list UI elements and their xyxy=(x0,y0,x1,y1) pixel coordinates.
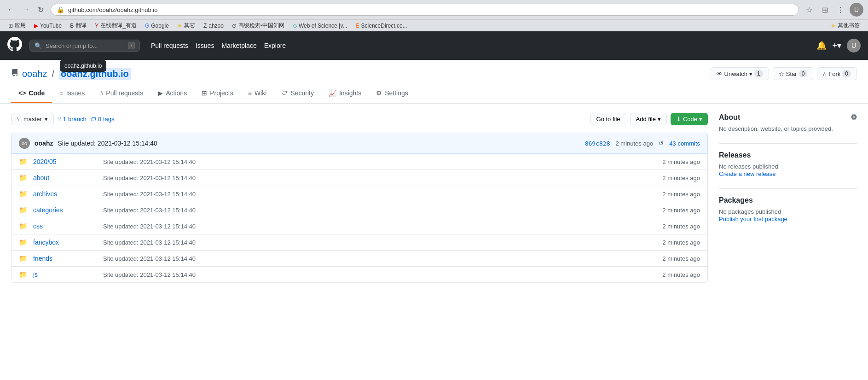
file-name-link[interactable]: archives xyxy=(33,190,98,198)
tag-label: tags xyxy=(103,116,115,123)
file-name-link[interactable]: 2020/05 xyxy=(33,158,98,165)
file-name-link[interactable]: fancybox xyxy=(33,239,98,246)
file-name-link[interactable]: css xyxy=(33,222,98,230)
search-bar[interactable]: 🔍 Search or jump to... / xyxy=(29,40,140,52)
notifications-icon[interactable]: 🔔 xyxy=(816,41,827,51)
releases-section: Releases No releases published Create a … xyxy=(719,151,857,177)
github-logo[interactable] xyxy=(7,37,22,54)
bookmark-other1[interactable]: ★ 其它 xyxy=(174,21,199,30)
tab-projects[interactable]: ⊞ Projects xyxy=(194,84,241,103)
extensions-button[interactable]: ⊞ xyxy=(818,3,831,16)
url-input[interactable] xyxy=(68,6,793,13)
nav-issues[interactable]: Issues xyxy=(196,42,214,49)
bookmark-ahzoo[interactable]: Z ahzoo xyxy=(200,22,227,30)
github-header: 🔍 Search or jump to... / Pull requests I… xyxy=(0,31,868,60)
bookmark-cnki[interactable]: ⊙ 高级检索-中国知网 xyxy=(228,21,288,30)
tab-issues[interactable]: ○ Issues xyxy=(52,84,92,103)
fork-icon: ⑃ xyxy=(823,70,827,77)
tab-insights[interactable]: 📈 Insights xyxy=(321,84,369,103)
bookmark-apps[interactable]: ⊞ 应用 xyxy=(5,21,29,30)
tab-security-label: Security xyxy=(290,89,314,97)
fork-button[interactable]: ⑃ Fork 0 xyxy=(817,67,857,80)
bookmark-star-button[interactable]: ☆ xyxy=(803,3,816,16)
tag-count-link[interactable]: 🏷 0 tags xyxy=(90,116,115,123)
refresh-button[interactable]: ↻ xyxy=(34,3,47,16)
file-name-link[interactable]: friends xyxy=(33,255,98,262)
divider xyxy=(719,143,857,144)
tab-settings-label: Settings xyxy=(385,89,408,97)
forward-button[interactable]: → xyxy=(19,3,32,16)
bookmark-other-right[interactable]: ★ 其他书签 xyxy=(827,21,863,30)
tab-security[interactable]: 🛡 Security xyxy=(274,84,321,103)
bookmark-youdao[interactable]: Y 在线翻译_有道 xyxy=(91,21,140,30)
file-name-link[interactable]: about xyxy=(33,174,98,181)
fork-label: Fork xyxy=(828,70,840,77)
repo-tabs: <> Code ○ Issues ⑃ Pull requests ▶ Actio… xyxy=(0,84,868,104)
commit-author-link[interactable]: ooahz xyxy=(35,140,53,147)
address-bar[interactable]: 🔒 xyxy=(51,4,799,16)
add-icon[interactable]: +▾ xyxy=(832,41,841,51)
bookmark-sciencedirect[interactable]: E ScienceDirect.co... xyxy=(352,22,411,30)
go-to-file-button[interactable]: Go to file xyxy=(590,113,626,125)
back-button[interactable]: ← xyxy=(5,3,17,16)
tab-pull-requests[interactable]: ⑃ Pull requests xyxy=(92,84,150,103)
bookmark-youtube[interactable]: ▶ YouTube xyxy=(30,22,65,30)
commit-hash-link[interactable]: 869c828 xyxy=(585,140,610,147)
repo-name-link[interactable]: ooahz.github.io xyxy=(59,68,131,80)
packages-section: Packages No packages published Publish y… xyxy=(719,196,857,222)
browser-nav-buttons: ← → ↻ xyxy=(5,3,47,16)
file-name-link[interactable]: js xyxy=(33,271,98,278)
repo-owner-link[interactable]: ooahz xyxy=(22,69,47,79)
branch-icon: ⑂ xyxy=(17,116,21,123)
branch-count-link[interactable]: ⑂ 1 branch xyxy=(58,116,87,123)
wos-icon: ◇ xyxy=(293,23,297,29)
add-file-button[interactable]: Add file ▾ xyxy=(630,113,667,125)
commits-label: commits xyxy=(678,140,700,147)
bookmark-google[interactable]: G Google xyxy=(141,22,173,30)
create-release-link[interactable]: Create a new release xyxy=(719,170,776,177)
nav-marketplace[interactable]: Marketplace xyxy=(221,42,256,49)
packages-title: Packages xyxy=(719,196,857,205)
translate-icon: B xyxy=(70,23,74,29)
file-time: 2 minutes ago xyxy=(662,239,700,246)
unwatch-button[interactable]: 👁 Unwatch ▾ 1 xyxy=(711,67,769,80)
nav-pull-requests[interactable]: Pull requests xyxy=(151,42,188,49)
publish-package-link[interactable]: Publish your first package xyxy=(719,216,787,222)
file-name-link[interactable]: categories xyxy=(33,206,98,214)
packages-none: No packages published xyxy=(719,208,857,215)
folder-icon: 📁 xyxy=(19,254,28,263)
nav-explore[interactable]: Explore xyxy=(264,42,286,49)
repo-sidebar: About ⚙ No description, website, or topi… xyxy=(719,113,857,283)
tab-code-label: Code xyxy=(29,89,45,97)
header-right: 🔔 +▾ U xyxy=(816,39,861,53)
packages-heading: Packages xyxy=(719,196,753,205)
profile-avatar[interactable]: U xyxy=(850,3,863,17)
table-row: 📁 fancybox Site updated: 2021-03-12 15:1… xyxy=(12,234,707,251)
folder-icon: 📁 xyxy=(19,222,28,230)
gear-icon[interactable]: ⚙ xyxy=(851,113,857,122)
folder-icon: 📁 xyxy=(19,158,28,166)
file-time: 2 minutes ago xyxy=(662,271,700,278)
menu-button[interactable]: ⋮ xyxy=(834,3,847,16)
about-title: About ⚙ xyxy=(719,113,857,122)
youdao-icon: Y xyxy=(95,23,98,29)
tab-actions[interactable]: ▶ Actions xyxy=(150,84,194,103)
star-label: Star xyxy=(786,70,797,77)
issues-tab-icon: ○ xyxy=(59,89,63,97)
table-row: 📁 archives Site updated: 2021-03-12 15:1… xyxy=(12,186,707,202)
code-chevron-icon: ▾ xyxy=(699,116,702,123)
tab-code[interactable]: <> Code xyxy=(11,84,52,103)
star-button[interactable]: ☆ Star 0 xyxy=(773,67,814,80)
security-tab-icon: 🛡 xyxy=(281,89,288,97)
code-download-button[interactable]: ⬇ Code ▾ xyxy=(671,113,708,125)
tab-wiki[interactable]: ≡ Wiki xyxy=(241,84,274,103)
bookmark-wos[interactable]: ◇ Web of Science [v... xyxy=(289,22,351,30)
lock-icon: 🔒 xyxy=(57,6,64,13)
user-avatar[interactable]: U xyxy=(847,39,861,53)
tab-settings[interactable]: ⚙ Settings xyxy=(369,84,416,103)
commit-bar-right: 869c828 2 minutes ago ↺ 43 commits xyxy=(585,140,700,147)
file-time: 2 minutes ago xyxy=(662,191,700,198)
bookmark-translate[interactable]: B 翻译 xyxy=(66,21,90,30)
commits-count-link[interactable]: 43 commits xyxy=(669,140,700,147)
branch-dropdown[interactable]: ⑂ master ▾ xyxy=(11,113,54,125)
